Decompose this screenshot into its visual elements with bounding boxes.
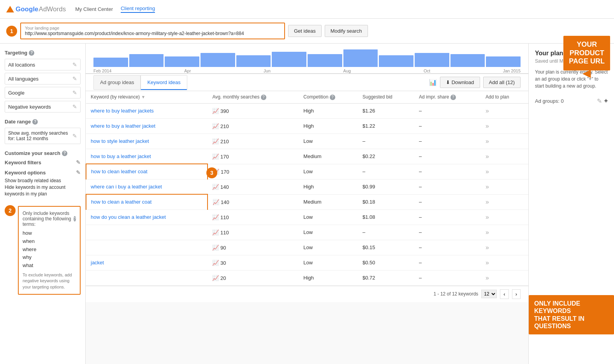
add-ad-group-icon[interactable]: + bbox=[604, 97, 608, 105]
cell-bid-1: $1.22 bbox=[358, 118, 414, 134]
chart-label-apr: Apr bbox=[184, 69, 191, 73]
sidebar-item-negative-keywords[interactable]: Negative keywords ✎ bbox=[5, 101, 81, 113]
kw-opt-hide-account[interactable]: Hide keywords in my account bbox=[5, 185, 81, 190]
download-button[interactable]: ⬇ Download bbox=[440, 77, 480, 88]
cell-add-8[interactable]: » bbox=[481, 225, 528, 240]
table-row: where to buy leather jackets 📈 390 High … bbox=[86, 103, 528, 118]
customize-help-icon[interactable]: ? bbox=[62, 151, 67, 156]
add-all-button[interactable]: Add all (12) bbox=[483, 77, 521, 88]
nav-client-reporting[interactable]: Client reporting bbox=[121, 5, 155, 13]
cell-add-3[interactable]: » bbox=[481, 149, 528, 164]
pagination-select[interactable]: 12 bbox=[481, 290, 497, 298]
tab-keyword-ideas[interactable]: Keyword ideas bbox=[141, 75, 187, 90]
edit-date-range-icon[interactable]: ✎ bbox=[72, 133, 77, 139]
cell-add-9[interactable]: » bbox=[481, 240, 528, 255]
mini-chart-icon-1[interactable]: 📈 bbox=[212, 123, 219, 129]
cell-competition-1: High bbox=[299, 118, 358, 134]
cell-impr-11: – bbox=[414, 270, 481, 285]
edit-google-icon[interactable]: ✎ bbox=[72, 90, 77, 96]
cell-searches-8: 110 bbox=[220, 230, 229, 236]
mini-chart-icon-2[interactable]: 📈 bbox=[212, 138, 219, 144]
filter-label: Only include keywords containing the fol… bbox=[23, 211, 76, 227]
kw-opt-broadly-related[interactable]: Show broadly related ideas bbox=[5, 178, 81, 183]
tab-ad-group-ideas[interactable]: Ad group ideas bbox=[93, 75, 141, 90]
edit-keyword-options-icon[interactable]: ✎ bbox=[76, 169, 81, 176]
sidebar-item-date-range[interactable]: Show avg. monthly searches for: Last 12 … bbox=[5, 128, 81, 144]
cell-keyword-2: how to style leather jacket bbox=[86, 134, 208, 149]
filter-term-what: what bbox=[23, 262, 76, 270]
ad-groups-label: Ad groups: 0 bbox=[535, 98, 564, 104]
table-row: how do you clean a leather jacket 📈 110 … bbox=[86, 209, 528, 225]
cell-add-0[interactable]: » bbox=[481, 103, 528, 118]
sidebar-item-google[interactable]: Google ✎ bbox=[5, 87, 81, 98]
cell-competition-0: High bbox=[299, 103, 358, 118]
cell-add-4[interactable]: » bbox=[481, 164, 528, 179]
chart-icon[interactable]: 📊 bbox=[429, 79, 437, 86]
mini-chart-icon-7[interactable]: 📈 bbox=[212, 214, 219, 220]
edit-negative-keywords-icon[interactable]: ✎ bbox=[72, 104, 77, 110]
main-layout: Targeting ? All locations ✎ All language… bbox=[0, 44, 614, 364]
filter-term-why: why bbox=[23, 253, 76, 262]
searches-help-icon[interactable]: ? bbox=[261, 95, 266, 100]
chart-label-oct: Oct bbox=[424, 69, 430, 73]
mini-chart-icon-5[interactable]: 📈 bbox=[212, 184, 219, 190]
nav-my-client-center[interactable]: My Client Center bbox=[75, 6, 113, 12]
cell-bid-9: $0.15 bbox=[358, 240, 414, 255]
edit-locations-icon[interactable]: ✎ bbox=[72, 62, 77, 68]
cell-add-7[interactable]: » bbox=[481, 209, 528, 225]
logo-adwords: AdWords bbox=[39, 5, 66, 13]
cell-competition-6: Medium bbox=[299, 194, 358, 209]
callout-url-box: YOURPRODUCTPAGE URL bbox=[563, 36, 610, 70]
targeting-section: Targeting ? All locations ✎ All language… bbox=[5, 50, 81, 113]
impr-help-icon[interactable]: ? bbox=[450, 95, 456, 100]
cell-add-10[interactable]: » bbox=[481, 255, 528, 270]
modify-search-button[interactable]: Modify search bbox=[325, 25, 368, 37]
sort-icon[interactable]: ▼ bbox=[141, 95, 145, 99]
chart-labels: Feb 2014 Apr Jun Aug Oct Jan 2015 bbox=[86, 67, 528, 74]
cell-bid-6: $0.18 bbox=[358, 194, 414, 209]
cell-add-5[interactable]: » bbox=[481, 179, 528, 194]
edit-ad-groups-icon[interactable]: ✎ bbox=[597, 97, 602, 105]
table-row: how to buy a leather jacket 📈 170 Medium… bbox=[86, 149, 528, 164]
filter-term-when: when bbox=[23, 237, 76, 246]
cell-add-2[interactable]: » bbox=[481, 134, 528, 149]
cell-impr-9: – bbox=[414, 240, 481, 255]
cell-keyword-0: where to buy leather jackets bbox=[86, 103, 208, 118]
date-range-help-icon[interactable]: ? bbox=[32, 119, 38, 125]
col-add: Add to plan bbox=[481, 91, 528, 103]
landing-page-input-container[interactable]: Your landing page http://www.sportsmansg… bbox=[20, 23, 285, 39]
mini-chart-icon-3[interactable]: 📈 bbox=[212, 153, 219, 160]
mini-chart-icon-10[interactable]: 📈 bbox=[212, 260, 219, 266]
chart-bar-8 bbox=[343, 49, 378, 67]
ad-groups-row: Ad groups: 0 ✎ + bbox=[535, 97, 608, 105]
cell-chart-4: 📈 170 bbox=[208, 164, 299, 179]
cell-bid-8: – bbox=[358, 225, 414, 240]
cell-searches-7: 110 bbox=[220, 215, 229, 220]
cell-searches-0: 390 bbox=[220, 108, 229, 114]
sidebar-item-locations[interactable]: All locations ✎ bbox=[5, 59, 81, 70]
next-page-button[interactable]: › bbox=[512, 289, 521, 299]
tabs-right: 📊 ⬇ Download Add all (12) bbox=[429, 77, 521, 88]
cell-add-6[interactable]: » bbox=[481, 194, 528, 209]
mini-chart-icon-0[interactable]: 📈 bbox=[212, 108, 219, 114]
mini-chart-icon-4[interactable]: 📈 bbox=[213, 169, 219, 175]
edit-languages-icon[interactable]: ✎ bbox=[72, 76, 77, 82]
cell-impr-8: – bbox=[414, 225, 481, 240]
prev-page-button[interactable]: ‹ bbox=[500, 289, 508, 299]
mini-chart-icon-8[interactable]: 📈 bbox=[212, 229, 219, 236]
filter-help-icon[interactable]: ? bbox=[74, 216, 76, 222]
cell-add-11[interactable]: » bbox=[481, 270, 528, 285]
get-ideas-button[interactable]: Get ideas bbox=[288, 25, 322, 37]
cell-bid-5: $0.99 bbox=[358, 179, 414, 194]
cell-add-1[interactable]: » bbox=[481, 118, 528, 134]
mini-chart-icon-11[interactable]: 📈 bbox=[212, 275, 219, 281]
mini-chart-icon-6[interactable]: 📈 bbox=[213, 199, 219, 205]
edit-keyword-filters-icon[interactable]: ✎ bbox=[76, 159, 81, 165]
kw-opt-in-my-plan[interactable]: keywords in my plan bbox=[5, 191, 81, 197]
cell-chart-2: 📈 210 bbox=[208, 134, 299, 149]
competition-help-icon[interactable]: ? bbox=[330, 95, 335, 100]
cell-impr-0: – bbox=[414, 103, 481, 118]
targeting-help-icon[interactable]: ? bbox=[29, 50, 34, 56]
mini-chart-icon-9[interactable]: 📈 bbox=[212, 244, 219, 251]
sidebar-item-languages[interactable]: All languages ✎ bbox=[5, 73, 81, 84]
